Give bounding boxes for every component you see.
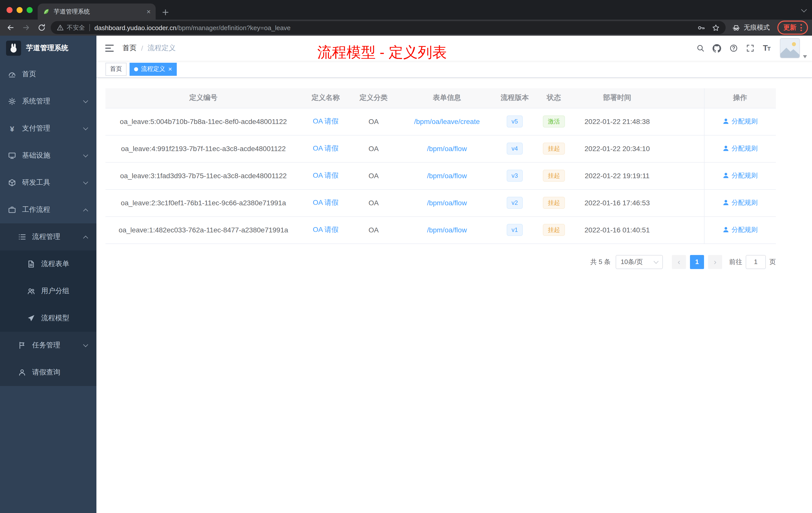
status-badge: 挂起: [543, 170, 565, 182]
yen-icon: ¥: [8, 125, 16, 132]
definition-name-link[interactable]: OA 请假: [313, 117, 339, 125]
security-chip[interactable]: 不安全: [57, 23, 85, 32]
column-header: 部署时间: [575, 88, 659, 108]
tag-close-icon[interactable]: ×: [168, 66, 172, 72]
avatar[interactable]: [780, 38, 800, 58]
form-info-link[interactable]: /bpm/oa/flow: [427, 172, 467, 180]
user-icon: [723, 118, 729, 125]
person-icon: [18, 368, 26, 376]
sidebar-item-system[interactable]: 系统管理: [0, 88, 96, 115]
sidebar-item-home[interactable]: 首页: [0, 61, 96, 88]
sidebar-logo[interactable]: 芋道管理系统: [0, 36, 96, 61]
browser-tab[interactable]: 芋道管理系统 ×: [38, 3, 156, 20]
sidebar-item-process-model[interactable]: 流程模型: [0, 305, 96, 332]
user-icon: [723, 145, 729, 152]
hamburger-icon[interactable]: [96, 43, 122, 53]
table-row: oa_leave:5:004b710b-7b8a-11ec-8ef0-acde4…: [106, 108, 776, 135]
sidebar-item-process-form[interactable]: 流程表单: [0, 250, 96, 278]
github-icon[interactable]: [708, 36, 725, 61]
app-navbar: 首页 / 流程定义 TT: [96, 36, 812, 61]
user-icon: [723, 200, 729, 206]
font-size-icon[interactable]: TT: [758, 36, 775, 61]
tab-close-icon[interactable]: ×: [147, 8, 151, 15]
forward-button[interactable]: [20, 21, 33, 34]
back-button[interactable]: [4, 21, 17, 34]
kebab-menu-icon[interactable]: [801, 24, 802, 31]
page-number-button[interactable]: 1: [690, 255, 704, 269]
form-info-link[interactable]: /bpm/oa/flow: [427, 145, 467, 153]
breadcrumb-home[interactable]: 首页: [122, 44, 137, 53]
sidebar-item-infra[interactable]: 基础设施: [0, 142, 96, 169]
version-badge: v1: [506, 224, 523, 236]
sidebar-item-payment[interactable]: ¥ 支付管理: [0, 115, 96, 142]
assign-rule-link[interactable]: 分配规则: [723, 117, 758, 126]
assign-rule-link[interactable]: 分配规则: [723, 225, 758, 234]
reload-button[interactable]: [35, 21, 48, 34]
search-icon[interactable]: [692, 36, 708, 61]
address-bar[interactable]: 不安全 dashboard.yudao.iocoder.cn/bpm/manag…: [51, 21, 726, 34]
gear-icon: [8, 97, 16, 105]
definition-id: oa_leave:5:004b710b-7b8a-11ec-8ef0-acde4…: [106, 108, 301, 135]
browser-menu-update-button[interactable]: 更新: [777, 21, 808, 35]
workflow-icon: [8, 206, 16, 214]
form-info-link[interactable]: /bpm/oa/flow: [427, 199, 467, 207]
assign-rule-link[interactable]: 分配规则: [723, 171, 758, 180]
sidebar-item-devtools[interactable]: 研发工具: [0, 169, 96, 196]
security-label: 不安全: [67, 23, 85, 32]
browser-tabstrip: 芋道管理系统 ×: [0, 0, 812, 20]
sidebar-item-leave-query[interactable]: 请假查询: [0, 359, 96, 386]
tags-view-tag[interactable]: 首页: [106, 62, 126, 76]
column-header: 定义分类: [350, 88, 397, 108]
sidebar-item-label: 基础设施: [22, 151, 50, 160]
sidebar-item-task-manage[interactable]: 任务管理: [0, 332, 96, 359]
tags-bar: 首页 流程定义 ×: [96, 61, 812, 78]
sidebar-item-label: 任务管理: [32, 341, 60, 350]
prev-page-button[interactable]: ‹: [672, 255, 686, 269]
new-tab-button[interactable]: [162, 8, 169, 16]
submenu-chevron-icon: [83, 342, 88, 347]
incognito-icon: [732, 24, 740, 32]
sidebar-item-user-group[interactable]: 用户分组: [0, 278, 96, 305]
definition-name-link[interactable]: OA 请假: [313, 144, 339, 152]
minimize-window-button[interactable]: [17, 7, 23, 13]
definition-name-link[interactable]: OA 请假: [313, 198, 339, 206]
status-badge: 激活: [543, 116, 565, 127]
user-avatar-menu[interactable]: [780, 36, 807, 61]
goto-suffix: 页: [769, 257, 776, 266]
column-header: 定义编号: [106, 88, 301, 108]
sidebar-item-label: 请假查询: [32, 368, 60, 377]
zoom-window-button[interactable]: [27, 7, 33, 13]
goto-page-input[interactable]: [746, 255, 766, 269]
definition-id: oa_leave:4:991f2193-7b7f-11ec-a3c8-acde4…: [106, 135, 301, 162]
submenu-chevron-icon: [83, 179, 88, 184]
sidebar-item-process-manage[interactable]: 流程管理: [0, 223, 96, 250]
help-icon[interactable]: [725, 36, 742, 61]
sidebar-item-label: 工作流程: [22, 205, 50, 214]
form-info-link[interactable]: /bpm/oa/flow: [427, 226, 467, 234]
sidebar-item-label: 流程管理: [32, 233, 60, 241]
tab-favicon-icon: [43, 8, 50, 15]
sidebar: 芋道管理系统 首页 系统管理 ¥ 支付管理 基础设施 研发工具 工作流程 流程管…: [0, 36, 96, 513]
window-controls: [6, 7, 33, 13]
password-key-icon[interactable]: [697, 24, 705, 31]
page-size-select[interactable]: 10条/页: [616, 255, 663, 269]
fullscreen-icon[interactable]: [742, 36, 758, 61]
version-badge: v4: [506, 143, 523, 155]
logo-avatar: [6, 41, 21, 56]
definition-name-link[interactable]: OA 请假: [313, 225, 339, 233]
tab-search-chevron-icon[interactable]: [801, 7, 807, 12]
column-header: 流程版本: [497, 88, 533, 108]
incognito-label: 无痕模式: [744, 23, 770, 32]
assign-rule-link[interactable]: 分配规则: [723, 198, 758, 207]
form-info-link[interactable]: /bpm/oa/leave/create: [414, 117, 480, 125]
close-window-button[interactable]: [6, 7, 12, 13]
status-badge: 挂起: [543, 224, 565, 236]
next-page-button[interactable]: ›: [708, 255, 722, 269]
definition-name-link[interactable]: OA 请假: [313, 171, 339, 179]
assign-rule-link[interactable]: 分配规则: [723, 144, 758, 153]
sidebar-item-workflow[interactable]: 工作流程: [0, 196, 96, 223]
sidebar-item-label: 用户分组: [41, 286, 69, 296]
bookmark-star-icon[interactable]: [712, 24, 720, 31]
version-badge: v5: [506, 116, 523, 127]
tags-view-tag[interactable]: 流程定义 ×: [129, 62, 176, 76]
